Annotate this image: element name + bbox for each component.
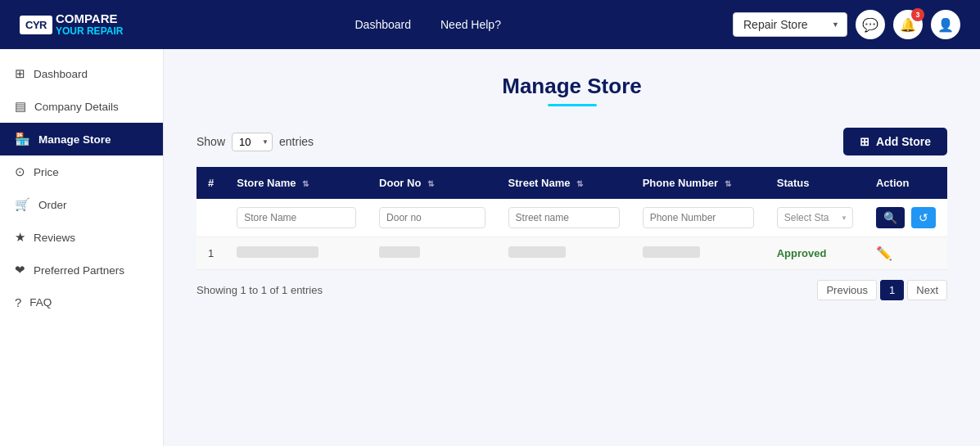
cell-phone xyxy=(631,237,765,270)
filter-phone-cell xyxy=(631,199,765,237)
notification-badge: 3 xyxy=(911,8,924,21)
partners-icon: ❤ xyxy=(15,263,25,277)
nav-dashboard[interactable]: Dashboard xyxy=(355,18,411,31)
filter-store-name[interactable] xyxy=(237,207,356,228)
col-phone[interactable]: Phone Number ⇅ xyxy=(631,167,765,199)
cell-action: ✏️ xyxy=(865,237,947,270)
sidebar-item-label: Order xyxy=(38,199,67,211)
col-action: Action xyxy=(865,167,947,199)
filter-status-wrap: Select Status Approved Pending xyxy=(777,207,853,228)
entries-wrap: 10 25 50 100 xyxy=(232,133,273,151)
filter-reset-button[interactable]: ↺ xyxy=(911,207,936,228)
filter-phone-number[interactable] xyxy=(643,207,754,228)
store-selector-wrap: Repair Store xyxy=(733,12,847,37)
filter-search-button[interactable]: 🔍 xyxy=(876,207,905,228)
filter-street-name[interactable] xyxy=(508,207,620,228)
filter-num-cell xyxy=(196,199,225,237)
filter-store-cell xyxy=(225,199,368,237)
sort-icon: ⇅ xyxy=(302,179,309,188)
filter-status-cell: Select Status Approved Pending xyxy=(765,199,865,237)
show-entries: Show 10 25 50 100 entries xyxy=(196,133,314,151)
blurred-store-name xyxy=(237,246,318,258)
cell-num: 1 xyxy=(196,237,225,270)
dashboard-icon: ⊞ xyxy=(15,66,25,81)
col-status: Status xyxy=(765,167,865,199)
sidebar-item-preferred-partners[interactable]: ❤ Preferred Partners xyxy=(0,254,163,286)
show-label: Show xyxy=(196,135,225,148)
col-store-name[interactable]: Store Name ⇅ xyxy=(225,167,368,199)
logo-text: COMPAREYOUR REPAIR xyxy=(56,12,123,37)
pagination-area: Showing 1 to 1 of 1 entries Previous 1 N… xyxy=(196,280,947,300)
faq-icon: ? xyxy=(15,295,21,309)
entries-label: entries xyxy=(279,135,314,148)
search-icon: 🔍 xyxy=(883,211,897,224)
header: CYR COMPAREYOUR REPAIR Dashboard Need He… xyxy=(0,0,980,49)
cell-status: Approved xyxy=(765,237,865,270)
page-title: Manage Store xyxy=(196,74,947,99)
filter-street-cell xyxy=(497,199,631,237)
table-controls: Show 10 25 50 100 entries ⊞ Add Store xyxy=(196,128,947,155)
prev-button[interactable]: Previous xyxy=(817,280,877,300)
filter-status-select[interactable]: Select Status Approved Pending xyxy=(777,207,853,228)
filter-door-no[interactable] xyxy=(379,207,485,228)
store-selector[interactable]: Repair Store xyxy=(733,12,847,37)
reviews-icon: ★ xyxy=(15,230,25,245)
showing-text: Showing 1 to 1 of 1 entries xyxy=(196,284,323,296)
main-content: Manage Store Show 10 25 50 100 entries ⊞… xyxy=(164,49,980,446)
reset-icon: ↺ xyxy=(919,211,928,224)
cell-door-no xyxy=(368,237,497,270)
nav-help[interactable]: Need Help? xyxy=(440,18,501,31)
sidebar-item-label: Company Details xyxy=(34,101,119,113)
sidebar-item-dashboard[interactable]: ⊞ Dashboard xyxy=(0,57,163,90)
add-store-button[interactable]: ⊞ Add Store xyxy=(843,128,947,155)
sidebar-item-company-details[interactable]: ▤ Company Details xyxy=(0,90,163,123)
logo-box: CYR xyxy=(20,16,52,34)
notification-button[interactable]: 🔔 3 xyxy=(893,10,923,39)
edit-button[interactable]: ✏️ xyxy=(876,246,892,261)
data-table: # Store Name ⇅ Door No ⇅ Street Name ⇅ xyxy=(196,167,947,270)
pagination: Previous 1 Next xyxy=(817,280,947,300)
filter-row: Select Status Approved Pending 🔍 xyxy=(196,199,947,237)
col-street-name[interactable]: Street Name ⇅ xyxy=(497,167,631,199)
entries-select[interactable]: 10 25 50 100 xyxy=(232,133,273,151)
col-num: # xyxy=(196,167,225,199)
filter-action-cell: 🔍 ↺ xyxy=(865,199,947,237)
chat-button[interactable]: 💬 xyxy=(856,10,885,39)
filter-door-cell xyxy=(368,199,497,237)
next-button[interactable]: Next xyxy=(907,280,947,300)
user-icon: 👤 xyxy=(937,17,954,33)
sort-icon: ⇅ xyxy=(725,179,731,188)
sidebar-item-label: Reviews xyxy=(34,232,75,244)
company-icon: ▤ xyxy=(15,99,26,114)
title-underline xyxy=(548,104,597,106)
sidebar: ⊞ Dashboard ▤ Company Details 🏪 Manage S… xyxy=(0,49,164,446)
sidebar-item-label: Price xyxy=(34,166,59,178)
blurred-phone xyxy=(643,246,700,258)
user-button[interactable]: 👤 xyxy=(931,10,960,39)
sidebar-item-faq[interactable]: ? FAQ xyxy=(0,286,163,318)
sidebar-item-order[interactable]: 🛒 Order xyxy=(0,188,163,221)
cell-store-name xyxy=(225,237,368,270)
sidebar-item-manage-store[interactable]: 🏪 Manage Store xyxy=(0,123,163,155)
col-door-no[interactable]: Door No ⇅ xyxy=(368,167,497,199)
sidebar-item-label: Dashboard xyxy=(34,68,88,80)
store-icon: 🏪 xyxy=(15,132,30,146)
table-header-row: # Store Name ⇅ Door No ⇅ Street Name ⇅ xyxy=(196,167,947,199)
sort-icon: ⇅ xyxy=(576,179,583,188)
sidebar-item-price[interactable]: ⊙ Price xyxy=(0,155,163,188)
filter-buttons: 🔍 ↺ xyxy=(876,207,936,228)
sidebar-item-label: FAQ xyxy=(29,296,52,309)
status-badge: Approved xyxy=(777,247,827,259)
blurred-door-no xyxy=(379,246,420,258)
add-store-label: Add Store xyxy=(876,135,931,148)
add-store-icon: ⊞ xyxy=(860,135,869,148)
chat-icon: 💬 xyxy=(862,17,878,33)
sidebar-item-label: Preferred Partners xyxy=(34,264,124,277)
sidebar-item-label: Manage Store xyxy=(38,133,111,146)
header-nav: Dashboard Need Help? xyxy=(355,18,500,31)
order-icon: 🛒 xyxy=(15,197,30,212)
layout: ⊞ Dashboard ▤ Company Details 🏪 Manage S… xyxy=(0,49,980,446)
page-1-button[interactable]: 1 xyxy=(880,280,904,300)
sidebar-item-reviews[interactable]: ★ Reviews xyxy=(0,221,163,254)
table-row: 1 Approved ✏️ xyxy=(196,237,947,270)
